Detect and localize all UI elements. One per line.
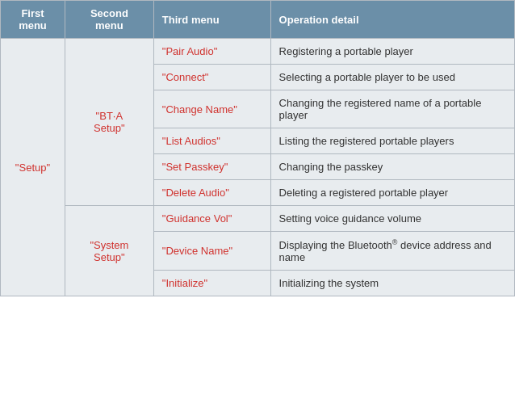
header-first-menu: First menu bbox=[1, 1, 65, 39]
header-operation: Operation detail bbox=[270, 1, 514, 39]
cell-third-listaudios: "List Audios" bbox=[153, 128, 270, 154]
cell-third-deleteaudio: "Delete Audio" bbox=[153, 180, 270, 206]
cell-op-listaudios: Listing the registered portable players bbox=[270, 128, 514, 154]
table-row: "Setup" "BT·ASetup" "Pair Audio" Registe… bbox=[1, 39, 515, 65]
op-text: Setting voice guidance volume bbox=[279, 212, 421, 225]
cell-op-devicename: Displaying the Bluetooth® device address… bbox=[270, 232, 514, 271]
op-text: Deleting a registered portable player bbox=[279, 187, 449, 199]
cell-op-initialize: Initializing the system bbox=[270, 271, 514, 296]
second-menu-system: "System Setup" bbox=[90, 239, 128, 263]
third-menu-initialize: "Initialize" bbox=[162, 277, 207, 289]
op-text: Initializing the system bbox=[279, 277, 379, 289]
cell-op-changename: Changing the registered name of a portab… bbox=[270, 90, 514, 128]
third-menu-deleteaudio: "Delete Audio" bbox=[162, 187, 229, 199]
cell-third-devicename: "Device Name" bbox=[153, 232, 270, 271]
cell-second-btasetup: "BT·ASetup" bbox=[65, 39, 153, 206]
cell-op-setpasskey: Changing the passkey bbox=[270, 154, 514, 180]
cell-third-initialize: "Initialize" bbox=[153, 271, 270, 296]
header-third-menu: Third menu bbox=[153, 1, 270, 39]
second-menu-bta: "BT·ASetup" bbox=[94, 110, 125, 134]
op-text: Changing the passkey bbox=[279, 161, 383, 173]
cell-first-setup: "Setup" bbox=[1, 39, 65, 296]
cell-op-deleteaudio: Deleting a registered portable player bbox=[270, 180, 514, 206]
op-text: Listing the registered portable players bbox=[279, 135, 454, 147]
third-menu-connect: "Connect" bbox=[162, 71, 209, 83]
op-text: Displaying the Bluetooth® device address… bbox=[279, 239, 492, 263]
third-menu-listaudios: "List Audios" bbox=[162, 135, 220, 147]
third-menu-pairaudio: "Pair Audio" bbox=[162, 45, 218, 57]
op-text: Selecting a portable player to be used bbox=[279, 71, 455, 83]
header-second-menu: Secondmenu bbox=[65, 1, 153, 39]
third-menu-changename: "Change Name" bbox=[162, 103, 237, 116]
third-menu-guidancevol: "Guidance Vol" bbox=[162, 212, 232, 225]
third-menu-devicename: "Device Name" bbox=[162, 245, 232, 257]
cell-second-systemsetup: "System Setup" bbox=[65, 206, 153, 296]
cell-third-connect: "Connect" bbox=[153, 65, 270, 90]
cell-op-select: Selecting a portable player to be used bbox=[270, 65, 514, 90]
op-text: Registering a portable player bbox=[279, 45, 413, 57]
cell-third-guidancevol: "Guidance Vol" bbox=[153, 206, 270, 232]
table-row: "System Setup" "Guidance Vol" Setting vo… bbox=[1, 206, 515, 232]
cell-op-guidancevol: Setting voice guidance volume bbox=[270, 206, 514, 232]
cell-op-register: Registering a portable player bbox=[270, 39, 514, 65]
op-text: Changing the registered name of a portab… bbox=[279, 97, 482, 121]
third-menu-setpasskey: "Set Passkey" bbox=[162, 161, 228, 173]
first-menu-value: "Setup" bbox=[15, 162, 50, 174]
cell-third-setpasskey: "Set Passkey" bbox=[153, 154, 270, 180]
cell-third-changename: "Change Name" bbox=[153, 90, 270, 128]
cell-third-pairaudio: "Pair Audio" bbox=[153, 39, 270, 65]
